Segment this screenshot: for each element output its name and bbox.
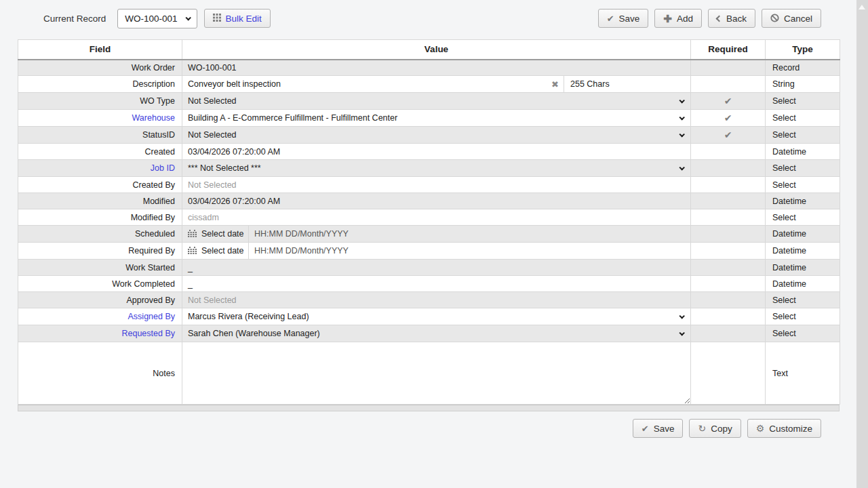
required-cell [691, 308, 766, 325]
calendar-icon [188, 247, 197, 255]
check-icon: ✔ [607, 14, 614, 23]
copy-refresh-icon: ↻ [698, 424, 706, 433]
chevron-down-icon [679, 131, 684, 137]
chevron-left-icon [716, 15, 723, 22]
vertical-scrollbar[interactable] [856, 0, 868, 488]
field-label: Created [18, 144, 182, 160]
required-by-select-date-button[interactable]: Select date [182, 243, 249, 259]
required-cell [691, 325, 766, 342]
back-label: Back [726, 14, 747, 24]
save-label: Save [654, 424, 675, 434]
table-row: Work Started _ Datetime [18, 260, 840, 276]
bottom-toolbar: ✔ Save ↻ Copy ⚙ Customize [18, 419, 821, 438]
field-label: Work Started [18, 260, 182, 276]
back-button[interactable]: Back [708, 9, 755, 28]
table-row: Created 03/04/2026 07:20:00 AM Datetime [18, 144, 840, 160]
work-completed-value: _ [182, 279, 690, 289]
scheduled-datetime-input[interactable]: HH:MM DD/Month/YYYY [249, 229, 349, 239]
current-record-select[interactable]: WO-100-001 [117, 9, 197, 28]
table-row: Notes Text [18, 342, 840, 405]
top-toolbar: Current Record WO-100-001 Bulk Edit ✔ Sa… [18, 8, 821, 28]
approved-by-value: Not Selected [182, 296, 690, 305]
field-label: Required By [18, 243, 182, 260]
chevron-down-icon [679, 313, 684, 319]
description-input[interactable]: Conveyor belt inspection ✖ [182, 76, 564, 92]
required-check-icon: ✔ [691, 110, 766, 127]
type-label: Select [766, 93, 840, 110]
work-order-value: WO-100-001 [182, 63, 690, 73]
notes-textarea[interactable] [182, 343, 690, 404]
bulk-edit-button[interactable]: Bulk Edit [204, 9, 271, 28]
type-label: Select [766, 209, 840, 226]
required-cell [691, 260, 766, 276]
table-row: Work Completed _ Datetime [18, 276, 840, 292]
grid-icon [213, 14, 221, 23]
cancel-icon [770, 14, 779, 24]
col-header-required: Required [691, 40, 766, 60]
assigned-by-select[interactable]: Marcus Rivera (Receiving Lead) [182, 308, 690, 325]
type-label: Select [766, 110, 840, 127]
job-id-field-link[interactable]: Job ID [151, 163, 175, 173]
created-by-value: Not Selected [182, 180, 690, 190]
table-footer-bar [18, 405, 840, 411]
statusid-value: Not Selected [188, 130, 237, 140]
field-label: Modified By [18, 209, 182, 226]
field-label: Work Order [18, 60, 182, 76]
add-label: Add [677, 14, 693, 24]
warehouse-select[interactable]: Building A - E-Commerce Fulfillment - Fu… [182, 110, 690, 126]
record-selector-group: Current Record WO-100-001 Bulk Edit [43, 9, 271, 28]
customize-label: Customize [769, 424, 812, 434]
table-row: Modified By cissadm Select [18, 209, 840, 226]
col-header-type: Type [766, 40, 840, 60]
record-field-table: Field Value Required Type Work Order WO-… [18, 39, 840, 405]
type-label: Select [766, 127, 840, 144]
chevron-down-icon [679, 330, 684, 336]
cancel-button[interactable]: Cancel [762, 9, 821, 28]
table-row: Modified 03/04/2026 07:20:00 AM Datetime [18, 193, 840, 209]
required-cell [691, 276, 766, 292]
table-row: Created By Not Selected Select [18, 177, 840, 193]
table-row: Warehouse Building A - E-Commerce Fulfil… [18, 110, 840, 127]
required-cell [691, 243, 766, 260]
copy-button[interactable]: ↻ Copy [689, 419, 741, 438]
requested-by-field-link[interactable]: Requested By [121, 329, 175, 338]
required-cell [691, 226, 766, 243]
table-row: Assigned By Marcus Rivera (Receiving Lea… [18, 308, 840, 325]
requested-by-select[interactable]: Sarah Chen (Warehouse Manager) [182, 325, 690, 342]
work-started-value: _ [182, 263, 690, 272]
required-cell [691, 60, 766, 76]
save-button-bottom[interactable]: ✔ Save [633, 419, 684, 438]
warehouse-field-link[interactable]: Warehouse [132, 113, 175, 123]
assigned-by-field-link[interactable]: Assigned By [128, 312, 175, 321]
chevron-down-icon [679, 98, 684, 103]
scheduled-select-date-button[interactable]: Select date [182, 226, 249, 242]
required-check-icon: ✔ [691, 127, 766, 144]
type-label: Record [766, 60, 840, 76]
clear-icon[interactable]: ✖ [551, 79, 559, 89]
required-cell [691, 177, 766, 193]
table-row: Scheduled Select date HH:MM DD/Month/YYY… [18, 226, 840, 243]
job-id-select[interactable]: *** Not Selected *** [182, 160, 690, 176]
gear-icon: ⚙ [756, 424, 765, 433]
table-row: StatusID Not Selected ✔ Select [18, 127, 840, 144]
add-button[interactable]: ✚ Add [654, 9, 702, 28]
customize-button[interactable]: ⚙ Customize [747, 419, 821, 438]
statusid-select[interactable]: Not Selected [182, 127, 690, 143]
type-label: String [766, 76, 840, 93]
required-by-datetime-input[interactable]: HH:MM DD/Month/YYYY [249, 246, 349, 256]
field-label: Notes [18, 342, 182, 405]
scroll-up-icon[interactable] [859, 5, 865, 9]
col-header-field: Field [18, 40, 182, 60]
type-label: Datetime [766, 193, 840, 209]
wo-type-select[interactable]: Not Selected [182, 93, 690, 109]
field-label: Description [18, 76, 182, 93]
field-label: StatusID [18, 127, 182, 144]
top-action-buttons: ✔ Save ✚ Add Back Cancel [598, 9, 821, 28]
description-value: Conveyor belt inspection [188, 79, 281, 89]
copy-label: Copy [711, 424, 732, 434]
save-label: Save [619, 14, 640, 24]
save-button[interactable]: ✔ Save [598, 9, 649, 28]
type-label: Text [766, 342, 840, 405]
wo-type-value: Not Selected [188, 96, 237, 106]
select-date-label: Select date [201, 246, 244, 256]
